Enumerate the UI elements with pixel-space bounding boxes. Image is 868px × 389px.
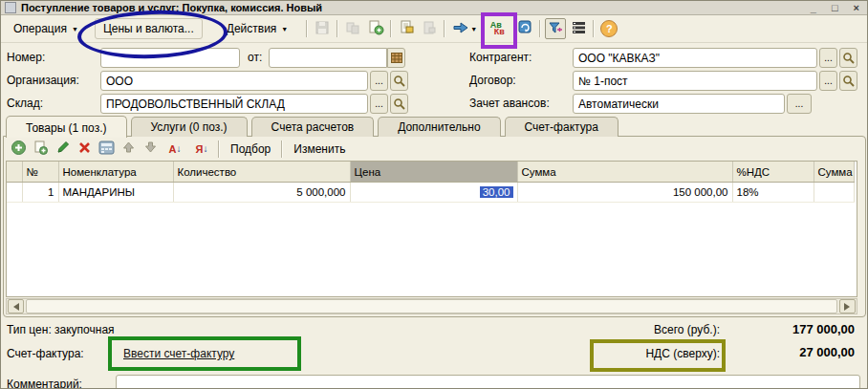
- tab-accounts[interactable]: Счета расчетов: [251, 117, 375, 137]
- scrollbar-thumb[interactable]: [26, 299, 837, 313]
- cell-price[interactable]: 30,00: [350, 183, 517, 203]
- cell-vat-sum[interactable]: [814, 183, 854, 203]
- filter-settings-button[interactable]: [545, 18, 566, 39]
- sort-ascending-button[interactable]: А↓: [163, 139, 187, 159]
- prices-currency-icon-button[interactable]: Ав Кв: [487, 18, 508, 39]
- date-label: от:: [248, 51, 262, 64]
- minimize-button[interactable]: _: [811, 3, 816, 12]
- warehouse-select-button[interactable]: ...: [370, 94, 388, 114]
- prices-currency-icon: Ав Кв: [490, 22, 505, 35]
- organization-select-button[interactable]: ...: [370, 71, 388, 91]
- maximize-button[interactable]: □: [832, 3, 838, 12]
- window-title: Поступление товаров и услуг: Покупка, ко…: [21, 2, 811, 13]
- sort-descending-button[interactable]: Я↓: [189, 139, 214, 159]
- scroll-right-button[interactable]: [839, 299, 856, 313]
- toolbar-separator: [444, 20, 445, 37]
- calendar-icon: [391, 53, 402, 64]
- tab-additional[interactable]: Дополнительно: [378, 117, 500, 137]
- change-button[interactable]: Изменить: [286, 140, 353, 158]
- tab-invoice[interactable]: Счет-фактура: [505, 117, 618, 137]
- contract-open-button[interactable]: [839, 71, 857, 91]
- scroll-right-icon: [844, 303, 854, 311]
- enter-invoice-link[interactable]: Ввести счет-фактуру: [123, 347, 234, 360]
- cell-sum[interactable]: 150 000,00: [517, 183, 732, 203]
- date-input[interactable]: [269, 48, 387, 68]
- close-button[interactable]: ×: [854, 3, 859, 12]
- organization-open-button[interactable]: [390, 71, 408, 91]
- column-header-nomenclature[interactable]: Номенклатура: [58, 162, 173, 183]
- contract-select-button[interactable]: ...: [819, 71, 837, 91]
- move-down-button[interactable]: [141, 139, 161, 159]
- selected-cell-value[interactable]: 30,00: [480, 186, 513, 198]
- delete-icon: [77, 140, 92, 158]
- calendar-button[interactable]: [387, 48, 405, 68]
- post-document-button[interactable]: [342, 18, 363, 39]
- column-header-vat-sum[interactable]: Сумма НДС: [814, 162, 854, 183]
- reread-button[interactable]: [365, 18, 386, 39]
- scroll-left-button[interactable]: [8, 299, 24, 313]
- total-label: Всего (руб.):: [575, 323, 720, 336]
- go-to-button[interactable]: ▼: [449, 18, 480, 39]
- magnifier-icon: [393, 75, 405, 88]
- tab-goods[interactable]: Товары (1 поз.): [6, 116, 127, 138]
- add-row-button[interactable]: [9, 139, 29, 159]
- advances-input[interactable]: Автоматически: [573, 94, 785, 114]
- contract-label: Договор:: [469, 74, 516, 87]
- toolbar-separator: [593, 20, 595, 37]
- move-up-button[interactable]: [119, 139, 139, 159]
- post-document-icon: [345, 20, 360, 38]
- scroll-left-icon: [10, 303, 19, 311]
- post-and-close-button[interactable]: [396, 18, 417, 39]
- save-button[interactable]: [312, 18, 333, 39]
- number-input[interactable]: [100, 48, 240, 68]
- related-documents-icon: [517, 19, 533, 38]
- help-icon: ?: [600, 20, 618, 37]
- actions-menu-button[interactable]: Действия ▼: [218, 18, 297, 39]
- advances-select-button[interactable]: ...: [787, 94, 812, 114]
- column-header-quantity[interactable]: Количество: [173, 162, 350, 183]
- delete-row-button[interactable]: [75, 139, 95, 159]
- chevron-down-icon: ▼: [470, 26, 477, 32]
- warehouse-open-button[interactable]: [390, 94, 408, 114]
- items-grid: № Номенклатура Количество Цена Сумма %НД…: [6, 161, 857, 297]
- edit-row-button[interactable]: [53, 139, 73, 159]
- operation-menu-button[interactable]: Операция ▼: [5, 18, 87, 39]
- pick-button[interactable]: Подбор: [223, 140, 278, 158]
- horizontal-scrollbar[interactable]: [6, 298, 857, 314]
- column-header-price[interactable]: Цена: [350, 162, 517, 183]
- unpost-button[interactable]: [419, 18, 440, 39]
- cell-num[interactable]: 1: [22, 183, 58, 203]
- cell-nomenclature[interactable]: МАНДАРИНЫ: [58, 183, 173, 203]
- warehouse-input[interactable]: ПРОДОВОЛЬСТВЕННЫЙ СКЛАД: [100, 94, 368, 114]
- chevron-down-icon: ▼: [281, 26, 288, 32]
- pencil-icon: [55, 140, 71, 158]
- sort-ascending-icon: А↓: [169, 143, 182, 155]
- counterparty-input[interactable]: ООО "КАВКАЗ": [573, 48, 817, 68]
- sort-descending-icon: Я↓: [196, 143, 208, 155]
- copy-row-button[interactable]: [31, 139, 51, 159]
- calculator-icon: [98, 140, 115, 158]
- chevron-down-icon: ▼: [72, 26, 78, 32]
- column-header-num[interactable]: №: [22, 162, 58, 183]
- contract-input[interactable]: № 1-пост: [573, 71, 817, 91]
- tab-services[interactable]: Услуги (0 поз.): [131, 117, 248, 137]
- comment-input[interactable]: [116, 375, 860, 389]
- counterparty-select-button[interactable]: ...: [819, 48, 837, 68]
- counterparty-open-button[interactable]: [839, 48, 857, 68]
- help-button[interactable]: ?: [598, 18, 619, 39]
- column-header-sum[interactable]: Сумма: [517, 162, 732, 183]
- prices-currency-button[interactable]: Цены и валюта...: [95, 18, 203, 39]
- column-header-vat-percent[interactable]: %НДС: [732, 162, 814, 183]
- list-icon: [571, 20, 587, 37]
- row-indicator-header: [7, 162, 22, 183]
- related-documents-button[interactable]: [514, 18, 535, 39]
- document-icon: [5, 2, 16, 13]
- save-icon: [315, 20, 330, 38]
- table-row[interactable]: 1 МАНДАРИНЫ 5 000,000 30,00 150 000,00 1…: [7, 183, 854, 203]
- magnifier-icon: [842, 75, 855, 88]
- list-settings-button[interactable]: [568, 18, 589, 39]
- totals-button[interactable]: [97, 139, 117, 159]
- cell-vat-percent[interactable]: 18%: [732, 183, 814, 203]
- cell-quantity[interactable]: 5 000,000: [173, 183, 350, 203]
- organization-input[interactable]: ООО: [100, 71, 368, 91]
